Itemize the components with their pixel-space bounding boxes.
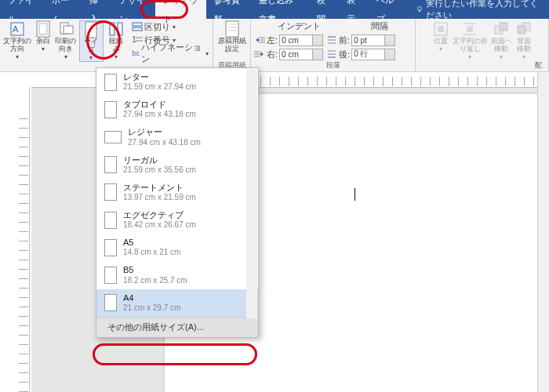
position-button[interactable]: 位置▾ — [432, 20, 449, 60]
size-option-6[interactable]: A514.8 cm x 21 cm — [96, 234, 258, 261]
vertical-scrollbar[interactable] — [537, 72, 549, 392]
lightbulb-icon — [416, 5, 424, 14]
space-after-icon — [326, 49, 337, 59]
page-icon — [104, 294, 117, 311]
size-option-name: レジャー — [128, 127, 201, 137]
group-page-setup: A 文字列の 方向▾ 余白▾ 印刷の 向き▾ サイズ▾ 段組み▾ 区切り▾ — [0, 19, 213, 71]
size-option-1[interactable]: タブロイド27.94 cm x 43.18 cm — [96, 96, 258, 123]
indent-right-input[interactable]: 0 cm — [279, 49, 323, 60]
size-option-0[interactable]: レター21.59 cm x 27.94 cm — [96, 68, 258, 96]
size-option-dim: 27.94 cm x 43.18 cm — [123, 110, 196, 119]
send-backward-icon — [516, 21, 532, 37]
svg-rect-38 — [500, 23, 507, 31]
svg-rect-34 — [467, 26, 473, 32]
size-option-name: リーガル — [123, 155, 196, 165]
send-backward-button[interactable]: 背面 移動▾ — [515, 20, 533, 60]
svg-rect-7 — [64, 26, 73, 34]
orientation-icon — [58, 21, 74, 37]
space-before-input[interactable]: 0 pt — [351, 34, 395, 46]
size-button[interactable]: サイズ▾ — [79, 20, 104, 62]
svg-text:1: 1 — [132, 35, 136, 44]
columns-icon — [108, 21, 124, 37]
size-option-name: A4 — [123, 293, 180, 303]
svg-text:A: A — [13, 24, 19, 34]
svg-rect-11 — [133, 23, 142, 26]
page-size-icon — [85, 21, 97, 38]
indent-left-icon — [254, 35, 265, 45]
size-option-dim: 27.94 cm x 43.18 cm — [128, 138, 201, 147]
size-option-dim: 21.59 cm x 35.56 cm — [123, 165, 196, 175]
breaks-icon — [132, 22, 143, 31]
size-option-dim: 21.59 cm x 27.94 cm — [123, 82, 196, 92]
size-option-name: B5 — [123, 265, 187, 275]
svg-rect-10 — [118, 23, 122, 35]
size-option-name: タブロイド — [123, 100, 196, 110]
columns-button[interactable]: 段組み▾ — [107, 20, 126, 62]
vertical-ruler[interactable] — [17, 88, 30, 392]
more-paper-sizes[interactable]: その他の用紙サイズ(A)... — [96, 317, 258, 337]
text-direction-button[interactable]: A 文字列の 方向▾ — [3, 20, 31, 62]
group-label-paragraph: 段落 — [326, 60, 340, 71]
svg-rect-8 — [85, 22, 96, 38]
size-option-2[interactable]: レジャー27.94 cm x 43.18 cm — [96, 123, 258, 151]
size-option-5[interactable]: エグゼクティブ18.42 cm x 26.67 cm — [96, 206, 258, 234]
manuscript-button[interactable]: 原稿用紙 設定 — [218, 20, 246, 53]
size-option-dim: 21 cm x 29.7 cm — [123, 303, 180, 313]
margins-icon — [36, 20, 50, 38]
indent-left-input[interactable]: 0 cm — [279, 34, 323, 46]
size-option-dim: 18.42 cm x 26.67 cm — [123, 220, 196, 230]
manuscript-icon — [225, 20, 239, 38]
size-option-3[interactable]: リーガル21.59 cm x 35.56 cm — [96, 151, 258, 179]
size-option-dim: 13.97 cm x 21.59 cm — [123, 193, 196, 202]
space-after-input[interactable]: 0 行 — [351, 49, 395, 60]
bring-forward-button[interactable]: 前面へ 移動▾ — [491, 20, 512, 60]
size-option-dim: 14.8 cm x 21 cm — [123, 248, 180, 257]
space-before-icon — [326, 35, 337, 45]
page-icon — [104, 101, 117, 118]
svg-point-0 — [417, 6, 421, 10]
group-label-arrange: 配 — [535, 60, 545, 71]
page-icon — [104, 183, 117, 201]
size-option-8[interactable]: A421 cm x 29.7 cm — [96, 289, 258, 317]
bring-forward-icon — [493, 21, 509, 37]
group-manuscript: 原稿用紙 設定 原稿用紙 — [213, 19, 251, 71]
indent-header: インデント — [278, 20, 321, 32]
size-option-dim: 18.2 cm x 25.7 cm — [123, 276, 187, 285]
group-arrange: 位置▾ 文字列の折 り返し▾ 前面へ 移動▾ 背面 移動▾ 配 — [416, 19, 549, 71]
size-option-name: A5 — [123, 238, 180, 248]
ribbon-tabs: ファイル ホーム 挿入 デザイン レイアウト 参考資料 差し込み文書 校閲 表示… — [0, 0, 549, 19]
size-option-7[interactable]: B518.2 cm x 25.7 cm — [96, 261, 258, 289]
tell-me-label: 実行したい作業を入力してください — [426, 0, 540, 21]
svg-rect-40 — [518, 26, 525, 34]
svg-rect-1 — [419, 10, 420, 12]
svg-rect-16 — [226, 21, 238, 37]
wrap-text-button[interactable]: 文字列の折 り返し▾ — [453, 20, 488, 60]
spacing-header: 間隔 — [371, 20, 388, 32]
page-icon — [104, 212, 117, 229]
breaks-button[interactable]: 区切り▾ — [132, 20, 209, 33]
group-paragraph: インデント間隔 左:0 cm 前:0 pt 右:0 cm 後:0 行 段落 — [251, 19, 416, 71]
text-direction-icon: A — [9, 21, 25, 37]
orientation-button[interactable]: 印刷の 向き▾ — [55, 20, 76, 62]
svg-rect-9 — [110, 23, 115, 35]
size-option-name: ステートメント — [123, 183, 196, 193]
page-icon — [104, 239, 117, 256]
ribbon: A 文字列の 方向▾ 余白▾ 印刷の 向き▾ サイズ▾ 段組み▾ 区切り▾ — [0, 19, 549, 72]
size-option-4[interactable]: ステートメント13.97 cm x 21.59 cm — [96, 179, 258, 206]
svg-rect-33 — [438, 26, 444, 32]
page-size-dropdown: レター21.59 cm x 27.94 cmタブロイド27.94 cm x 43… — [96, 67, 259, 338]
hyphenation-button[interactable]: bcハイフネーション▾ — [132, 47, 209, 60]
text-cursor — [354, 188, 355, 201]
margins-button[interactable]: 余白▾ — [35, 20, 52, 62]
indent-right-icon — [254, 49, 265, 59]
size-option-name: エグゼクティブ — [123, 210, 196, 220]
wrap-icon — [462, 21, 478, 37]
dropdown-scrollbar[interactable] — [246, 69, 257, 318]
page-icon — [104, 267, 117, 284]
page-icon — [104, 74, 117, 91]
page-icon — [104, 156, 117, 173]
page-icon — [104, 131, 122, 143]
position-icon — [433, 21, 449, 37]
svg-rect-12 — [133, 27, 142, 31]
tell-me-search[interactable]: 実行したい作業を入力してください — [406, 0, 549, 21]
